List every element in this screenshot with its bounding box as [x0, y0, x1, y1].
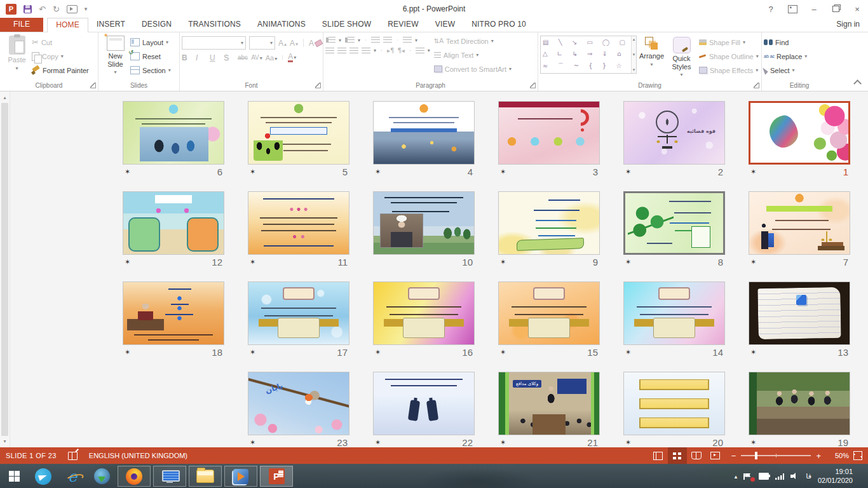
- slide-8-thumbnail[interactable]: [623, 191, 725, 255]
- font-size-combobox[interactable]: ▾: [249, 36, 275, 50]
- taskbar-powerpoint[interactable]: P: [260, 466, 293, 487]
- tab-animations[interactable]: ANIMATIONS: [249, 18, 314, 32]
- transition-star-icon[interactable]: ✶: [500, 258, 506, 266]
- underline-button[interactable]: U: [210, 53, 220, 62]
- character-spacing-button[interactable]: AV▾: [251, 54, 262, 61]
- tab-nitro-pro[interactable]: NITRO PRO 10: [463, 18, 534, 32]
- spell-check-icon[interactable]: [68, 452, 78, 460]
- slide-2-thumbnail[interactable]: قوه قضائیه: [623, 101, 725, 165]
- strikethrough-button[interactable]: abc: [238, 54, 248, 61]
- restore-button[interactable]: [825, 0, 846, 18]
- input-language-indicator[interactable]: فا: [806, 472, 811, 480]
- taskbar-internet-explorer[interactable]: e: [58, 464, 86, 488]
- slide-6-thumbnail[interactable]: [123, 101, 224, 165]
- select-button[interactable]: Select▾: [764, 64, 807, 77]
- language-indicator[interactable]: ENGLISH (UNITED KINGDOM): [89, 452, 187, 459]
- align-center-icon[interactable]: [337, 48, 346, 54]
- slide-13-thumbnail[interactable]: [749, 281, 850, 345]
- transition-star-icon[interactable]: ✶: [250, 348, 255, 356]
- tab-review[interactable]: REVIEW: [379, 18, 427, 32]
- align-text-button[interactable]: Align Text▾: [434, 48, 512, 62]
- transition-star-icon[interactable]: ✶: [625, 438, 631, 447]
- tab-insert[interactable]: INSERT: [88, 18, 133, 32]
- qat-customize-icon[interactable]: ▾: [85, 6, 88, 12]
- transition-star-icon[interactable]: ✶: [625, 348, 631, 356]
- shapes-more-icon[interactable]: ▾: [633, 67, 635, 72]
- ribbon-display-options-button[interactable]: [782, 0, 803, 18]
- close-button[interactable]: ×: [846, 0, 868, 18]
- align-left-icon[interactable]: [325, 48, 334, 54]
- slideshow-view-button[interactable]: [706, 447, 725, 464]
- font-dialog-launcher-icon[interactable]: [315, 83, 321, 88]
- italic-button[interactable]: I: [196, 53, 207, 62]
- start-slideshow-icon[interactable]: [67, 5, 78, 13]
- columns-icon[interactable]: [416, 48, 424, 54]
- tab-slideshow[interactable]: SLIDE SHOW: [314, 18, 379, 32]
- cut-button[interactable]: ✂ Cut: [32, 36, 89, 49]
- transition-star-icon[interactable]: ✶: [500, 168, 506, 176]
- taskbar-firefox[interactable]: [118, 466, 151, 487]
- taskbar-media-player[interactable]: [224, 466, 257, 487]
- font-color-button[interactable]: A▾: [288, 53, 296, 62]
- action-center-flag-icon[interactable]: [743, 473, 752, 480]
- decrease-indent-icon[interactable]: [371, 37, 380, 43]
- transition-star-icon[interactable]: ✶: [750, 168, 756, 176]
- speaker-icon[interactable]: [790, 473, 799, 480]
- slide-sorter-view-button[interactable]: [668, 447, 687, 464]
- tab-file[interactable]: FILE: [0, 18, 43, 32]
- tab-home[interactable]: HOME: [47, 18, 88, 32]
- zoom-in-button[interactable]: +: [816, 451, 821, 461]
- slide-18-thumbnail[interactable]: [123, 281, 224, 345]
- replace-button[interactable]: ab ac Replace▾: [764, 50, 807, 63]
- tray-expand-icon[interactable]: ▴: [735, 473, 738, 480]
- paste-button[interactable]: Paste▾: [2, 34, 32, 71]
- collapse-ribbon-icon[interactable]: [853, 79, 862, 88]
- change-case-button[interactable]: Aa▾: [266, 54, 277, 62]
- taskbar-download-manager[interactable]: [88, 464, 116, 488]
- transition-star-icon[interactable]: ✶: [125, 168, 130, 176]
- slide-11-thumbnail[interactable]: [248, 191, 349, 255]
- slide-10-thumbnail[interactable]: [373, 191, 475, 255]
- slide-5-thumbnail[interactable]: [248, 101, 349, 165]
- zoom-level[interactable]: 50%: [827, 452, 849, 459]
- drawing-dialog-launcher-icon[interactable]: [754, 83, 759, 88]
- quick-styles-button[interactable]: Quick Styles▾: [667, 34, 696, 78]
- slide-7-thumbnail[interactable]: [749, 191, 850, 255]
- reset-button[interactable]: Reset: [130, 50, 171, 63]
- line-spacing-icon[interactable]: [403, 37, 412, 43]
- transition-star-icon[interactable]: ✶: [250, 438, 255, 447]
- transition-star-icon[interactable]: ✶: [625, 168, 631, 176]
- bold-button[interactable]: B: [182, 53, 193, 62]
- redo-icon[interactable]: ↻: [53, 4, 60, 14]
- shape-outline-button[interactable]: Shape Outline▾: [699, 50, 759, 63]
- transition-star-icon[interactable]: ✶: [750, 348, 756, 356]
- shapes-scroll-up-icon[interactable]: ▴: [633, 37, 635, 42]
- slide-14-thumbnail[interactable]: [623, 281, 725, 345]
- left-to-right-icon[interactable]: ▸¶: [387, 47, 394, 54]
- taskbar-file-explorer[interactable]: [189, 466, 222, 487]
- fit-to-window-icon[interactable]: [853, 451, 862, 460]
- align-right-icon[interactable]: [349, 48, 358, 54]
- transition-star-icon[interactable]: ✶: [500, 348, 506, 356]
- slide-9-thumbnail[interactable]: [498, 191, 600, 255]
- find-button[interactable]: Find: [764, 36, 807, 49]
- save-icon[interactable]: [24, 5, 32, 13]
- slide-17-thumbnail[interactable]: [248, 281, 349, 345]
- zoom-out-button[interactable]: −: [731, 451, 736, 461]
- transition-star-icon[interactable]: ✶: [500, 438, 506, 447]
- battery-icon[interactable]: [759, 473, 769, 480]
- clock[interactable]: 19:01 02/01/2020: [818, 468, 855, 485]
- shapes-gallery[interactable]: ▤ ╲ ↘ ▭ ◯ ▢ △ ∟ ↳ ⇒ ⇓ ⌂ ≈ ⌒ ~ { } ☆ ▴ ▾ …: [540, 36, 637, 74]
- shape-fill-button[interactable]: Shape Fill▾: [699, 36, 759, 49]
- slide-23-thumbnail[interactable]: پایان: [248, 372, 349, 435]
- transition-star-icon[interactable]: ✶: [375, 348, 381, 356]
- transition-star-icon[interactable]: ✶: [250, 168, 255, 176]
- taskbar-on-screen-keyboard[interactable]: [153, 466, 186, 487]
- slide-3-thumbnail[interactable]: [498, 101, 600, 165]
- shapes-gallery-scrollbar[interactable]: ▴ ▾ ▾: [631, 36, 636, 73]
- undo-icon[interactable]: ↶: [39, 4, 46, 14]
- reading-view-button[interactable]: [687, 447, 706, 464]
- transition-star-icon[interactable]: ✶: [250, 258, 255, 266]
- transition-star-icon[interactable]: ✶: [375, 168, 381, 176]
- text-direction-button[interactable]: ⇅A Text Direction▾: [434, 34, 512, 48]
